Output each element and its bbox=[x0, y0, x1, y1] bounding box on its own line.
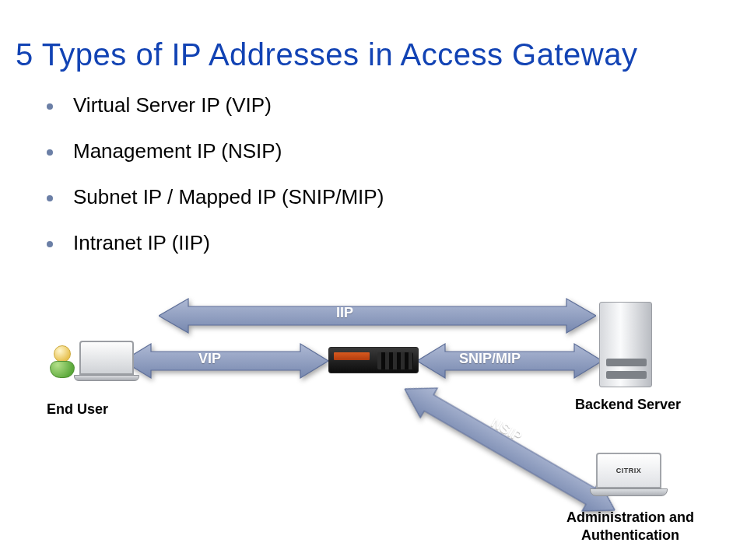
list-item: Management IP (NSIP) bbox=[47, 139, 685, 163]
appliance-brand-text: CITRIX bbox=[616, 467, 642, 474]
admin-label: Administration and Authentication bbox=[545, 509, 716, 544]
end-user-label: End User bbox=[47, 401, 140, 418]
list-item: Virtual Server IP (VIP) bbox=[47, 93, 685, 117]
bullet-text: Intranet IP (IIP) bbox=[73, 231, 210, 255]
bullet-dot-icon bbox=[47, 195, 53, 201]
backend-label: Backend Server bbox=[554, 397, 702, 413]
svg-marker-0 bbox=[159, 299, 596, 333]
admin-laptop-icon: CITRIX bbox=[596, 453, 668, 502]
arrow-vip bbox=[123, 342, 328, 380]
arrow-snip bbox=[417, 342, 602, 380]
appliance-icon bbox=[328, 347, 419, 373]
arrow-nsip bbox=[395, 373, 624, 527]
bullet-dot-icon bbox=[47, 103, 53, 110]
laptop-icon bbox=[79, 341, 134, 381]
arrow-iip bbox=[159, 297, 596, 334]
list-item: Subnet IP / Mapped IP (SNIP/MIP) bbox=[47, 185, 685, 209]
bullet-text: Subnet IP / Mapped IP (SNIP/MIP) bbox=[73, 185, 384, 209]
bullet-text: Virtual Server IP (VIP) bbox=[73, 93, 272, 117]
bullet-dot-icon bbox=[47, 241, 53, 247]
server-icon bbox=[599, 302, 652, 387]
bullet-text: Management IP (NSIP) bbox=[73, 139, 282, 163]
slide: 5 Types of IP Addresses in Access Gatewa… bbox=[0, 0, 747, 560]
svg-marker-2 bbox=[417, 344, 602, 378]
bullet-list: Virtual Server IP (VIP) Management IP (N… bbox=[47, 93, 685, 277]
bullet-dot-icon bbox=[47, 149, 53, 156]
end-user-icon bbox=[48, 334, 134, 397]
diagram-area: IIP VIP SNIP/MIP NSIP bbox=[0, 280, 747, 544]
slide-title: 5 Types of IP Addresses in Access Gatewa… bbox=[16, 37, 637, 72]
svg-marker-1 bbox=[123, 344, 328, 378]
list-item: Intranet IP (IIP) bbox=[47, 231, 685, 255]
person-icon bbox=[48, 345, 76, 380]
